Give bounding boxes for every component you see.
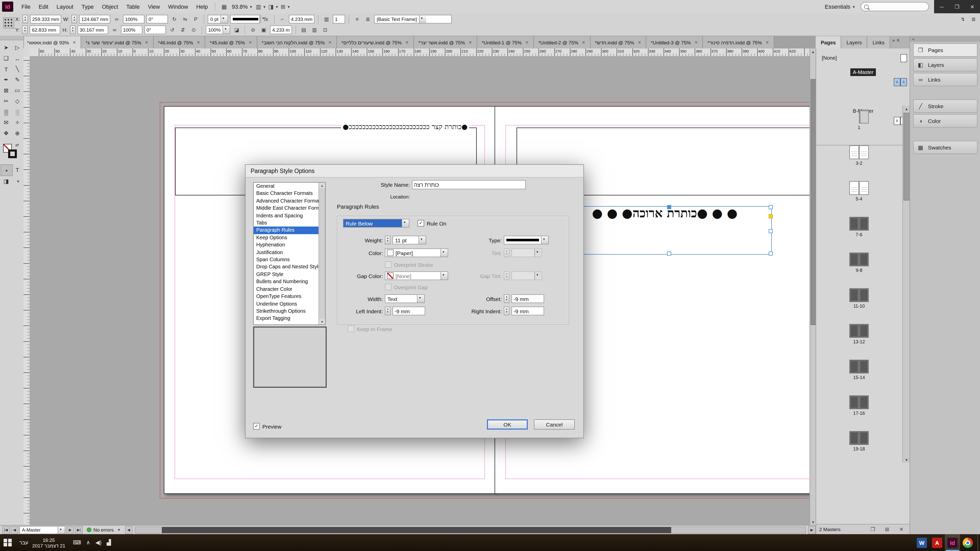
view-grid-icon[interactable]: ▦ xyxy=(220,2,229,11)
style-category-item[interactable]: Middle East Character Formats xyxy=(254,205,318,212)
left-indent-stepper[interactable] xyxy=(385,306,390,315)
style-category-item[interactable]: Keep Options xyxy=(254,234,318,241)
zoom-tool[interactable]: ⊕ xyxy=(12,128,23,139)
scale-y-field[interactable]: 100% xyxy=(121,25,142,34)
gradient-swatch-tool[interactable]: ▒ xyxy=(0,106,12,118)
dropdown-arrow-icon[interactable] xyxy=(58,526,65,534)
horizontal-scrollbar[interactable] xyxy=(135,526,806,534)
new-page-icon[interactable]: ⊞ xyxy=(883,525,892,534)
document-tab[interactable]: *45.indd @ 75% ✕ xyxy=(205,36,257,48)
text-wrap-icon[interactable]: ⊘ xyxy=(249,26,258,34)
style-category-item[interactable]: GREP Style xyxy=(254,271,318,278)
horizontal-ruler[interactable]: 6050403020100102030405060708090100110120… xyxy=(30,48,810,57)
rectangle-tool[interactable]: ▭ xyxy=(12,85,23,96)
rule-color-dropdown[interactable]: [Paper] xyxy=(385,248,448,257)
style-category-item[interactable]: Strikethrough Options xyxy=(254,308,318,315)
menu-item[interactable]: Layout xyxy=(52,3,77,10)
master-page-row[interactable]: A-Master A A xyxy=(816,64,910,103)
frame-handle[interactable] xyxy=(769,251,773,256)
document-tab[interactable]: *אשר יצר.indd @ 75% ✕ xyxy=(414,36,477,48)
language-indicator[interactable]: עבר xyxy=(19,540,28,545)
minimize-button[interactable]: ─ xyxy=(934,0,950,13)
tab-close-icon[interactable]: ✕ xyxy=(197,40,200,44)
weight-dropdown[interactable]: 11 pt xyxy=(393,236,426,245)
master-page-row[interactable]: [None] xyxy=(816,52,910,64)
page-number-dropdown[interactable]: A-Master xyxy=(19,526,65,534)
vertical-ruler[interactable] xyxy=(24,56,30,525)
rotate-ccw-icon[interactable]: ↺ xyxy=(168,26,177,34)
w-stepper[interactable] xyxy=(72,15,77,24)
dropdown-arrow-icon[interactable] xyxy=(541,236,548,244)
rule-on-checkbox[interactable]: Rule On xyxy=(417,220,446,227)
ok-button[interactable]: OK xyxy=(487,419,528,430)
type-tool[interactable]: T xyxy=(0,64,12,75)
style-category-item[interactable]: Indents and Spacing xyxy=(254,212,318,219)
opacity-dropdown[interactable]: 100% xyxy=(206,25,231,34)
page-spread-item[interactable]: 11-10 xyxy=(850,284,869,320)
scroll-left-icon[interactable]: ◀ xyxy=(125,526,132,534)
zoom-level-dropdown[interactable]: 93.8%▼ xyxy=(230,3,255,10)
chevron-up-icon[interactable]: ∧ xyxy=(86,539,90,546)
tab-close-icon[interactable]: ✕ xyxy=(694,40,698,44)
dropdown-arrow-icon[interactable] xyxy=(260,15,261,23)
panel-menu-icon[interactable]: ≡ xyxy=(897,38,900,43)
style-category-item[interactable]: Basic Character Formats xyxy=(254,190,318,197)
panel-tab[interactable]: Pages xyxy=(816,36,842,48)
tab-close-icon[interactable]: ✕ xyxy=(765,40,769,44)
scroll-up-icon[interactable]: ▲ xyxy=(810,48,816,55)
reference-point-proxy[interactable] xyxy=(3,17,14,29)
hand-tool[interactable]: ✥ xyxy=(0,128,12,139)
tab-close-icon[interactable]: ✕ xyxy=(469,40,472,44)
rule-width-dropdown[interactable]: Text xyxy=(385,294,425,303)
style-category-item[interactable]: Span Columns xyxy=(254,256,318,264)
corner-options-icon[interactable]: ⌐ xyxy=(278,15,287,23)
selection-tool[interactable]: ➤ xyxy=(0,42,12,53)
align-objects-icon[interactable]: ▤ xyxy=(299,26,308,34)
pages-scroll-thumb[interactable] xyxy=(904,113,910,200)
free-transform-tool[interactable]: ◇ xyxy=(12,96,23,106)
style-category-item[interactable]: Drop Caps and Nested Styles xyxy=(254,264,318,271)
flip-vertical-icon[interactable]: ⇵ xyxy=(179,26,187,34)
rotate-90-icon[interactable]: ↻ xyxy=(170,15,179,23)
document-tab[interactable]: *46.indd @ 75% ✕ xyxy=(153,36,205,48)
scroll-up-icon[interactable]: ▲ xyxy=(319,183,325,188)
live-corner-handle[interactable] xyxy=(769,214,773,218)
dock-color-button[interactable]: ◑ Color xyxy=(913,114,977,127)
shear-field[interactable]: 0° xyxy=(146,15,168,24)
y-stepper[interactable] xyxy=(22,25,28,34)
page-spread-item[interactable]: 3-2 xyxy=(850,141,869,177)
maximize-button[interactable]: ❐ xyxy=(950,0,965,13)
pen-tool[interactable]: ✒ xyxy=(0,75,12,85)
apply-to-text-icon[interactable]: T xyxy=(12,164,23,175)
offset-field[interactable]: -9 mm xyxy=(511,294,544,303)
page-spread-item[interactable]: 9-8 xyxy=(850,248,869,284)
show-desktop-button[interactable] xyxy=(977,534,980,551)
style-category-item[interactable]: Justification xyxy=(254,249,318,256)
preflight-status[interactable]: No errors ▼ xyxy=(87,527,121,533)
word-app-icon[interactable]: W xyxy=(914,534,929,551)
menu-item[interactable]: Type xyxy=(77,3,98,10)
rule-position-dropdown[interactable]: Rule Below xyxy=(343,219,409,227)
last-page-button[interactable]: ▶| xyxy=(75,526,83,534)
columns-icon[interactable]: ▥ xyxy=(322,15,331,23)
document-tab[interactable]: *הלקוח הכי חשוב.indd @ 75% ✕ xyxy=(257,36,337,48)
dropdown-arrow-icon[interactable] xyxy=(221,15,228,23)
vertical-scroll-thumb[interactable] xyxy=(811,79,816,325)
distribute-objects-icon[interactable]: ▥ xyxy=(310,26,319,34)
taskbar-clock[interactable]: 16:25 21 דצמבר 2017 xyxy=(32,537,65,548)
dropdown-arrow-icon[interactable] xyxy=(418,236,426,244)
style-category-item[interactable]: OpenType Features xyxy=(254,293,318,300)
gap-tool[interactable]: ↔ xyxy=(12,53,23,64)
gradient-feather-tool[interactable]: ░ xyxy=(12,106,23,118)
panel-tab[interactable]: Layers xyxy=(842,36,867,48)
gutter-field[interactable]: 4.233 m xyxy=(270,25,292,34)
start-button[interactable] xyxy=(0,534,15,551)
page-spread-item[interactable]: 5-4 xyxy=(850,177,869,213)
dropdown-arrow-icon[interactable] xyxy=(441,249,448,257)
style-category-item[interactable]: Export Tagging xyxy=(254,315,318,322)
screen-mode-icon[interactable]: ◨▼ xyxy=(268,2,279,11)
document-tab[interactable]: *הדמיה סינור.indd @ 75% ✕ xyxy=(703,36,774,48)
swap-fill-stroke-icon[interactable]: ⇄ xyxy=(15,143,19,148)
dropdown-arrow-icon[interactable] xyxy=(417,295,424,303)
frame-handle[interactable] xyxy=(667,251,671,256)
